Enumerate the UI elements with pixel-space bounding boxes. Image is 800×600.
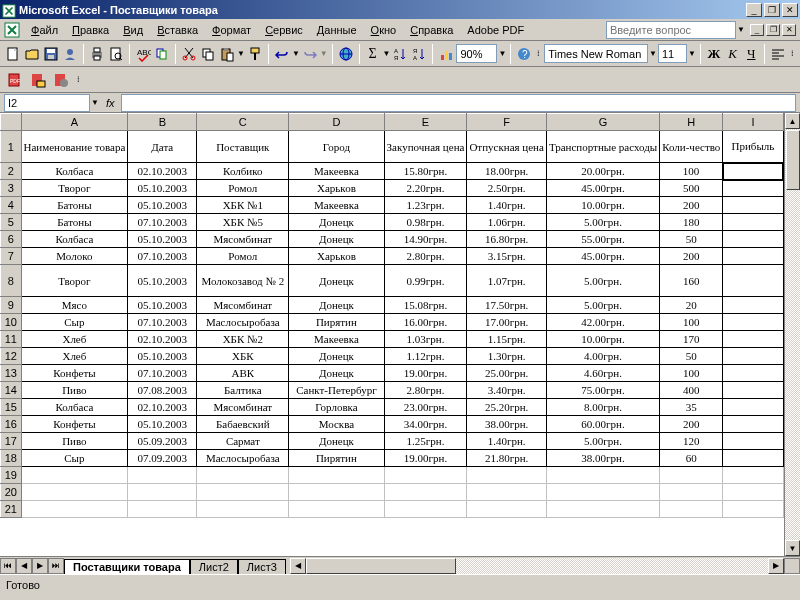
cell[interactable]: Коли-чество xyxy=(660,131,723,163)
cell[interactable]: 35 xyxy=(660,399,723,416)
cell[interactable]: 8.00грн. xyxy=(546,399,659,416)
menu-формат[interactable]: Формат xyxy=(205,22,258,38)
cell[interactable] xyxy=(128,467,197,484)
cell[interactable]: 2.20грн. xyxy=(384,180,467,197)
font-select[interactable]: Times New Roman xyxy=(544,44,648,63)
cell[interactable]: 5.00грн. xyxy=(546,433,659,450)
scroll-down-button[interactable]: ▼ xyxy=(785,540,800,556)
cell[interactable]: 50 xyxy=(660,231,723,248)
spellcheck-button[interactable]: ABC xyxy=(134,43,152,65)
cell[interactable]: 2.80грн. xyxy=(384,248,467,265)
cell[interactable]: 45.00грн. xyxy=(546,180,659,197)
redo-button[interactable] xyxy=(301,43,319,65)
menu-справка[interactable]: Справка xyxy=(403,22,460,38)
sheet-prev-button[interactable]: ◀ xyxy=(16,558,32,574)
cell[interactable]: 15.08грн. xyxy=(384,297,467,314)
row-header[interactable]: 8 xyxy=(1,265,22,297)
row-header[interactable]: 13 xyxy=(1,365,22,382)
cell[interactable]: Ромол xyxy=(197,248,289,265)
hscroll-thumb[interactable] xyxy=(306,558,456,574)
bold-button[interactable]: Ж xyxy=(705,43,723,65)
cell[interactable] xyxy=(723,501,783,518)
cell[interactable]: Молокозавод № 2 xyxy=(197,265,289,297)
cell[interactable]: 0.99грн. xyxy=(384,265,467,297)
cell[interactable]: 2.80грн. xyxy=(384,382,467,399)
cell[interactable]: Пирятин xyxy=(289,314,384,331)
cell[interactable]: Колбаса xyxy=(21,163,128,180)
cell[interactable]: 14.90грн. xyxy=(384,231,467,248)
row-header[interactable]: 7 xyxy=(1,248,22,265)
cell[interactable]: Донецк xyxy=(289,297,384,314)
toolbar2-options-icon[interactable]: ⁞ xyxy=(788,49,796,58)
row-header[interactable]: 20 xyxy=(1,484,22,501)
row-header[interactable]: 17 xyxy=(1,433,22,450)
cell[interactable] xyxy=(467,501,546,518)
print-button[interactable] xyxy=(88,43,106,65)
cell[interactable]: 02.10.2003 xyxy=(128,163,197,180)
cell[interactable]: Батоны xyxy=(21,197,128,214)
row-header[interactable]: 15 xyxy=(1,399,22,416)
cell[interactable]: Колбико xyxy=(197,163,289,180)
row-header[interactable]: 2 xyxy=(1,163,22,180)
cell[interactable]: 05.10.2003 xyxy=(128,180,197,197)
cell[interactable]: 02.10.2003 xyxy=(128,399,197,416)
preview-button[interactable] xyxy=(107,43,125,65)
cell[interactable] xyxy=(723,163,783,180)
cell[interactable]: 07.10.2003 xyxy=(128,314,197,331)
cell[interactable] xyxy=(289,501,384,518)
paste-dropdown-icon[interactable]: ▼ xyxy=(237,49,245,58)
menu-окно[interactable]: Окно xyxy=(364,22,404,38)
cell[interactable]: Город xyxy=(289,131,384,163)
cell[interactable]: 42.00грн. xyxy=(546,314,659,331)
cell[interactable]: 38.00грн. xyxy=(467,416,546,433)
chart-button[interactable] xyxy=(437,43,455,65)
cell[interactable]: 400 xyxy=(660,382,723,399)
cell[interactable]: 1.40грн. xyxy=(467,197,546,214)
cell[interactable]: Транспортные расходы xyxy=(546,131,659,163)
cell[interactable]: 500 xyxy=(660,180,723,197)
cell[interactable]: 17.50грн. xyxy=(467,297,546,314)
cell[interactable]: 05.10.2003 xyxy=(128,348,197,365)
cell[interactable]: Сыр xyxy=(21,314,128,331)
cell[interactable]: 15.80грн. xyxy=(384,163,467,180)
pdf-review-button[interactable] xyxy=(50,69,72,91)
cell[interactable]: 200 xyxy=(660,416,723,433)
cell[interactable]: Маслосыробаза xyxy=(197,314,289,331)
cell[interactable]: Харьков xyxy=(289,180,384,197)
cell[interactable]: Пирятин xyxy=(289,450,384,467)
cell[interactable] xyxy=(723,365,783,382)
cell[interactable]: Дата xyxy=(128,131,197,163)
cell[interactable]: Донецк xyxy=(289,433,384,450)
save-button[interactable] xyxy=(42,43,60,65)
doc-close-button[interactable]: ✕ xyxy=(782,24,796,36)
cell[interactable]: Донецк xyxy=(289,365,384,382)
col-header[interactable]: H xyxy=(660,114,723,131)
help-button[interactable]: ? xyxy=(515,43,533,65)
menu-adobe pdf[interactable]: Adobe PDF xyxy=(460,22,531,38)
cell[interactable] xyxy=(197,467,289,484)
cell[interactable]: Донецк xyxy=(289,231,384,248)
cell[interactable]: 16.80грн. xyxy=(467,231,546,248)
cell[interactable] xyxy=(384,484,467,501)
align-left-button[interactable] xyxy=(769,43,787,65)
col-header[interactable]: C xyxy=(197,114,289,131)
cell[interactable]: Горловка xyxy=(289,399,384,416)
cell[interactable] xyxy=(546,501,659,518)
sheet-tab[interactable]: Лист2 xyxy=(190,559,238,574)
row-header[interactable]: 21 xyxy=(1,501,22,518)
cell[interactable]: 5.00грн. xyxy=(546,265,659,297)
cell[interactable] xyxy=(723,348,783,365)
pdf-convert-button[interactable]: PDF xyxy=(4,69,26,91)
cell[interactable]: ХБК №1 xyxy=(197,197,289,214)
col-header[interactable]: I xyxy=(723,114,783,131)
sort-desc-button[interactable]: ЯА xyxy=(410,43,428,65)
cell[interactable]: Бабаевский xyxy=(197,416,289,433)
cell[interactable]: 55.00грн. xyxy=(546,231,659,248)
cell[interactable]: 25.20грн. xyxy=(467,399,546,416)
autosum-button[interactable]: Σ xyxy=(364,43,382,65)
cell[interactable]: Мясомбинат xyxy=(197,297,289,314)
cell[interactable]: 10.00грн. xyxy=(546,331,659,348)
menu-правка[interactable]: Правка xyxy=(65,22,116,38)
menu-данные[interactable]: Данные xyxy=(310,22,364,38)
cell[interactable]: 120 xyxy=(660,433,723,450)
